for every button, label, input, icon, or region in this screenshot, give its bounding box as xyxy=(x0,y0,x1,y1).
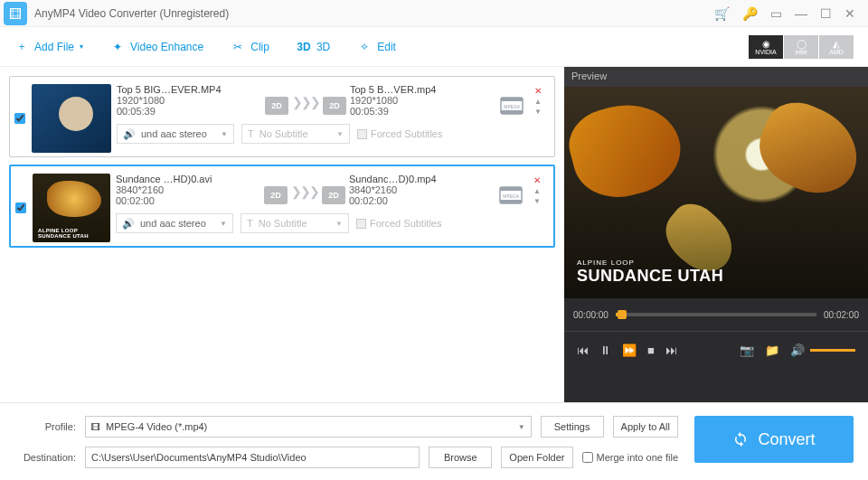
svg-rect-6 xyxy=(500,200,522,203)
destination-field[interactable]: C:\Users\User\Documents\AnyMP4 Studio\Vi… xyxy=(85,447,420,468)
svg-rect-1 xyxy=(501,98,523,101)
apply-to-all-button[interactable]: Apply to All xyxy=(613,416,678,438)
video-thumbnail[interactable] xyxy=(33,174,110,242)
browse-button[interactable]: Browse xyxy=(429,447,492,468)
scissors-icon: ✂ xyxy=(231,40,245,54)
profile-label: Profile: xyxy=(14,421,76,432)
subtitle-dropdown[interactable]: T No Subtitle ▼ xyxy=(241,124,350,144)
video-thumbnail[interactable] xyxy=(32,84,111,153)
plus-icon: ＋ xyxy=(14,40,29,54)
gpu-selector: ◉NVIDIA ◯Intel ◭AMD xyxy=(749,35,854,59)
source-2d-badge[interactable]: 2D xyxy=(265,97,288,115)
preview-video[interactable]: ALPINE LOOP SUNDANCE UTAH xyxy=(564,87,868,298)
item-checkbox[interactable] xyxy=(14,113,25,124)
source-dimensions: 3840*2160 xyxy=(116,184,260,195)
preview-overlay-small: ALPINE LOOP xyxy=(577,259,723,267)
video-enhance-label: Video Enhance xyxy=(130,41,203,53)
arrow-icon: ❯❯❯ xyxy=(291,184,318,199)
time-current: 00:00:00 xyxy=(573,310,609,320)
gpu-amd-label: AMD xyxy=(829,49,844,55)
merge-checkbox[interactable] xyxy=(582,452,593,463)
maximize-button[interactable]: ☐ xyxy=(820,6,832,21)
prev-button[interactable]: ⏮ xyxy=(577,344,589,357)
format-icon[interactable]: MPEG4 xyxy=(498,95,525,117)
stop-button[interactable]: ■ xyxy=(647,344,655,357)
open-folder-button[interactable]: Open Folder xyxy=(501,447,572,468)
settings-button[interactable]: Settings xyxy=(541,416,604,438)
gpu-intel[interactable]: ◯Intel xyxy=(784,35,818,59)
volume-icon[interactable]: 🔊 xyxy=(790,344,805,357)
pause-button[interactable]: ⏸ xyxy=(599,344,611,357)
subtitle-icon: T xyxy=(248,128,254,139)
fast-forward-button[interactable]: ⏩ xyxy=(622,344,637,357)
close-button[interactable]: ✕ xyxy=(844,6,855,21)
audio-track-label: und aac stereo xyxy=(141,128,207,139)
profile-icon: 🎞 xyxy=(91,422,100,432)
audio-track-dropdown[interactable]: 🔊 und aac stereo ▼ xyxy=(117,124,234,144)
audio-track-dropdown[interactable]: 🔊 und aac stereo ▼ xyxy=(116,213,233,233)
remove-item-button[interactable]: ✕ xyxy=(533,175,541,185)
item-checkbox[interactable] xyxy=(15,202,26,213)
feedback-icon[interactable]: ▭ xyxy=(770,6,782,21)
audio-track-label: und aac stereo xyxy=(140,218,206,229)
remove-item-button[interactable]: ✕ xyxy=(534,86,542,96)
three-d-icon: 3D xyxy=(297,40,311,54)
app-logo xyxy=(4,2,27,25)
merge-checkbox-label[interactable]: Merge into one file xyxy=(582,452,679,463)
profile-dropdown[interactable]: 🎞 MPEG-4 Video (*.mp4) ▼ xyxy=(85,416,532,438)
clip-button[interactable]: ✂ Clip xyxy=(231,40,269,54)
convert-label: Convert xyxy=(758,430,815,449)
svg-text:MPEG4: MPEG4 xyxy=(504,104,520,109)
bottom-bar: Profile: 🎞 MPEG-4 Video (*.mp4) ▼ Settin… xyxy=(0,402,868,478)
target-duration: 00:02:00 xyxy=(349,195,494,206)
format-icon[interactable]: MPEG4 xyxy=(497,184,524,206)
target-dimensions: 3840*2160 xyxy=(349,184,494,195)
subtitle-dropdown[interactable]: T No Subtitle ▼ xyxy=(241,213,349,233)
svg-text:MPEG4: MPEG4 xyxy=(503,193,519,199)
svg-rect-5 xyxy=(500,187,522,191)
target-2d-badge[interactable]: 2D xyxy=(323,97,346,115)
list-item: Sundance …HD)0.avi 3840*2160 00:02:00 2D… xyxy=(9,165,555,248)
target-duration: 00:05:39 xyxy=(350,106,495,117)
forced-subtitles-checkbox xyxy=(356,219,366,229)
subtitle-icon: T xyxy=(247,218,253,229)
source-2d-badge[interactable]: 2D xyxy=(264,186,288,204)
next-button[interactable]: ⏭ xyxy=(665,344,677,357)
move-up-button[interactable]: ▲ xyxy=(533,187,541,195)
svg-rect-2 xyxy=(501,110,523,114)
window-title: AnyMP4 Video Converter (Unregistered) xyxy=(34,7,714,20)
seek-bar[interactable] xyxy=(616,313,816,316)
speaker-icon: 🔊 xyxy=(123,128,136,140)
gpu-amd[interactable]: ◭AMD xyxy=(819,35,854,59)
preview-timeline: 00:00:00 00:02:00 xyxy=(564,298,868,331)
move-down-button[interactable]: ▼ xyxy=(533,197,541,205)
three-d-button[interactable]: 3D 3D xyxy=(297,40,330,54)
edit-button[interactable]: ✧ Edit xyxy=(357,40,396,54)
move-down-button[interactable]: ▼ xyxy=(534,108,542,116)
title-bar: AnyMP4 Video Converter (Unregistered) 🛒 … xyxy=(0,0,868,27)
convert-button[interactable]: Convert xyxy=(694,416,854,463)
destination-value: C:\Users\User\Documents\AnyMP4 Studio\Vi… xyxy=(91,452,307,463)
video-enhance-button[interactable]: ✦ Video Enhance xyxy=(110,40,203,54)
open-folder-button[interactable]: 📁 xyxy=(765,344,779,357)
snapshot-button[interactable]: 📷 xyxy=(740,344,754,357)
forced-subtitles-toggle: Forced Subtitles xyxy=(357,128,442,139)
time-total: 00:02:00 xyxy=(824,310,859,320)
add-file-label: Add File xyxy=(34,41,74,53)
three-d-label: 3D xyxy=(316,41,330,53)
gpu-nvidia-label: NVIDIA xyxy=(755,49,776,55)
forced-subtitles-label: Forced Subtitles xyxy=(371,128,442,139)
forced-subtitles-toggle: Forced Subtitles xyxy=(356,218,441,229)
edit-label: Edit xyxy=(377,41,396,53)
volume-slider[interactable] xyxy=(810,349,855,352)
minimize-button[interactable]: — xyxy=(795,6,807,21)
move-up-button[interactable]: ▲ xyxy=(534,98,542,106)
cart-icon[interactable]: 🛒 xyxy=(714,6,730,21)
key-icon[interactable]: 🔑 xyxy=(742,6,758,21)
target-2d-badge[interactable]: 2D xyxy=(322,186,345,204)
add-file-button[interactable]: ＋ Add File ▾ xyxy=(14,40,83,54)
amd-icon: ◭ xyxy=(833,39,840,49)
gpu-nvidia[interactable]: ◉NVIDIA xyxy=(749,35,783,59)
target-dimensions: 1920*1080 xyxy=(350,95,495,106)
edit-icon: ✧ xyxy=(357,40,372,54)
